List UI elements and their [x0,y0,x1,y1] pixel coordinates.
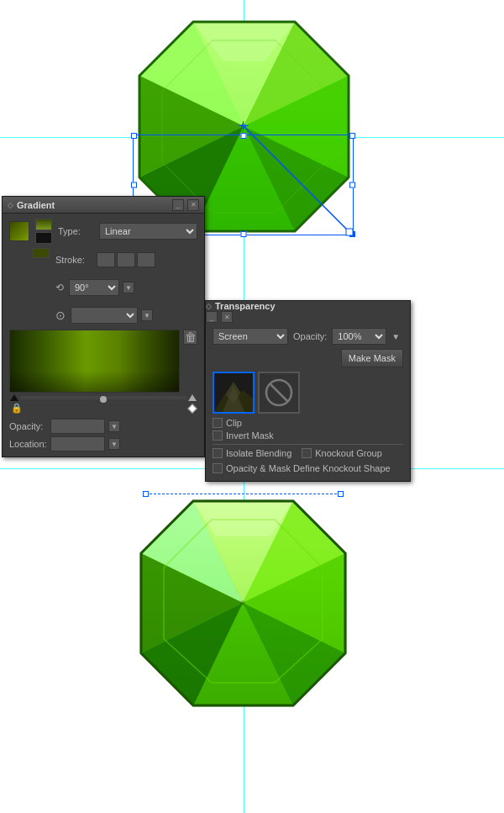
canvas: ◇ Gradient _ ✕ Type: Linear [0,0,504,813]
stroke-btn-3[interactable] [137,252,155,267]
stroke-swap [33,248,50,272]
stroke-swatch-1[interactable] [33,248,50,258]
mask-thumb-none[interactable] [258,372,300,414]
tp-opacity-mask-row: Opacity & Mask Define Knockout Shape [213,463,403,473]
gradient-angle-row: ⟲ 90° ▼ [9,276,197,299]
tp-invert-row: Invert Mask [213,430,403,441]
tp-mask-thumbnails [213,372,403,414]
opacity-mask-checkbox[interactable] [213,463,223,473]
gradient-type-row: Type: Linear [9,219,197,244]
tp-make-mask-row: Make Mask [213,349,403,367]
location-chevron: ▼ [111,441,118,448]
gradient-bottom-controls: 🔒 [9,403,197,414]
angle-down-btn[interactable]: ▼ [123,282,134,293]
angle-chevron: ▼ [125,284,132,292]
blend-mode-select[interactable]: Screen [213,328,288,345]
opacity-input[interactable] [50,419,105,434]
isolate-label: Isolate Blending [226,448,291,458]
mask-thumb-main[interactable] [213,372,255,414]
gradient-panel: ◇ Gradient _ ✕ Type: Linear [2,196,205,457]
invert-checkbox[interactable] [213,430,223,441]
gradient-opacity-row: Opacity: ▼ [9,419,197,434]
gradient-delete-btn[interactable]: 🗑 [183,330,197,345]
tp-clip-row: Clip [213,418,403,428]
panel-minimize[interactable]: _ [172,199,184,211]
transparency-panel-body: Screen Opacity: 100% ▼ Make Mask [206,323,410,481]
location-down-btn[interactable]: ▼ [108,438,120,450]
stroke-spacer [9,250,29,270]
tp-blend-row: Screen Opacity: 100% ▼ [213,328,403,345]
location-label: Location: [9,439,47,449]
white-stop-diamond[interactable] [187,404,197,413]
center-point [239,121,249,131]
trash-icon: 🗑 [185,330,197,344]
transparency-panel-title: Transparency [215,301,276,311]
clip-checkbox[interactable] [213,418,223,428]
gradient-stroke-row: Stroke: [9,248,197,272]
make-mask-button[interactable]: Make Mask [341,349,403,367]
stroke-btn-1[interactable] [97,252,115,267]
mask-thumb-svg [214,373,253,412]
tp-opacity-arrow: ▼ [391,332,400,341]
gradient-extra-row: ⊙ ▼ [9,304,197,327]
gem-bottom-container [136,496,350,712]
extra-chevron: ▼ [144,312,150,319]
tp-divider [213,444,403,445]
gradient-preview-overlay [10,371,179,392]
bg-swatch[interactable] [35,232,52,244]
isolate-checkbox[interactable] [213,448,223,458]
panel-close-btn[interactable]: ✕ [187,199,199,211]
gradient-preview-bar[interactable] [9,330,180,393]
tp-minimize[interactable]: _ [206,311,218,323]
gradient-extra-select[interactable] [71,307,138,324]
stop-center-marker[interactable] [100,396,107,403]
stroke-btn-2[interactable] [117,252,135,267]
type-label: Type: [58,226,96,236]
tp-close[interactable]: ✕ [221,311,233,323]
stop-left[interactable] [10,394,18,401]
stroke-label: Stroke: [55,255,93,265]
opacity-label: Opacity: [9,421,47,431]
opacity-select[interactable]: 100% [332,328,386,345]
invert-label: Invert Mask [226,430,274,441]
gradient-panel-body: Type: Linear Stroke: [3,214,204,457]
gradient-panel-titlebar[interactable]: ◇ Gradient _ ✕ [3,197,204,214]
location-input[interactable] [50,436,105,451]
lock-icon[interactable]: 🔒 [11,403,23,414]
stop-right[interactable] [188,394,197,401]
extra-icon: ⊙ [55,309,66,322]
tp-isolate-row: Isolate Blending [213,448,291,458]
gem-bottom-svg [136,496,350,710]
clip-label: Clip [226,418,242,428]
opacity-chevron: ▼ [111,423,118,430]
extra-spacer [9,305,29,325]
transparency-panel: ◇ Transparency _ ✕ Screen Opacity: 100% … [205,300,411,482]
tp-blend-knockout-row: Isolate Blending Knockout Group [213,448,403,461]
gradient-location-row: Location: ▼ [9,436,197,451]
tp-knockout-row: Knockout Group [302,448,382,458]
angle-spacer2 [33,276,50,299]
stroke-buttons [97,252,155,267]
gradient-type-select[interactable]: Linear [99,223,197,240]
gradient-panel-title: Gradient [17,200,55,210]
gradient-angle-select[interactable]: 90° [69,279,119,296]
opacity-mask-label: Opacity & Mask Define Knockout Shape [226,463,391,473]
angle-icon: ⟲ [55,282,64,293]
extra-spacer2 [33,304,50,327]
gradient-swatch[interactable] [9,221,29,241]
knockout-checkbox[interactable] [302,448,312,458]
transparency-panel-titlebar[interactable]: ◇ Transparency _ ✕ [206,301,410,323]
fg-swatch[interactable] [35,219,52,230]
knockout-label: Knockout Group [315,448,382,458]
transparency-title-diamond: ◇ [206,302,212,310]
angle-spacer [9,277,29,298]
gradient-title-diamond: ◇ [8,201,13,209]
extra-down-btn[interactable]: ▼ [141,309,153,321]
gradient-stops-row [9,394,197,403]
mask-none-svg [260,373,298,412]
opacity-down-btn[interactable]: ▼ [108,420,120,432]
tp-opacity-label: Opacity: [293,331,327,341]
gradient-preview-container: 🗑 🔒 [9,330,197,414]
